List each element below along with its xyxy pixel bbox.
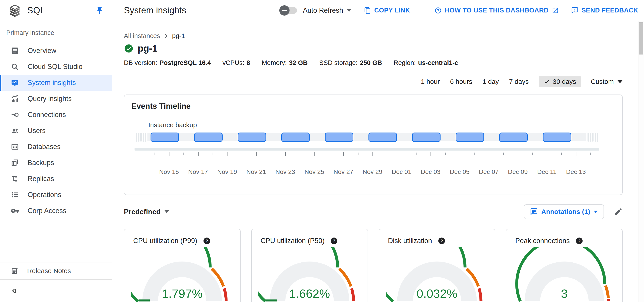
time-range-30-days-selected[interactable]: 30 days [539,76,580,88]
copy-icon [364,7,371,14]
sidebar-item-users[interactable]: Users [0,123,112,139]
collapse-sidebar-icon[interactable] [10,287,18,295]
databases-icon [11,142,19,151]
sidebar-item-databases[interactable]: Databases [0,139,112,155]
auto-refresh-toggle[interactable] [279,5,298,16]
meta-region: Region:us-central1-c [394,59,458,66]
instance-meta-row: DB version:PostgreSQL 16.4 vCPUs:8 Memor… [124,59,623,66]
gauge-head: CPU utilization (P99) ? [124,229,240,245]
scrollbar-track[interactable] [638,21,644,302]
breadcrumb-current: pg-1 [172,32,185,40]
meta-db-version: DB version:PostgreSQL 16.4 [124,59,211,66]
backup-event-bar[interactable] [281,132,310,142]
annotations-icon [530,208,538,216]
chevron-down-icon [164,210,169,213]
sidebar-item-cloud-sql-studio[interactable]: Cloud SQL Studio [0,59,112,75]
time-range-6-hours[interactable]: 6 hours [450,78,472,86]
system-insights-icon [11,78,19,87]
gauge-wrap: 0.032% [379,247,495,302]
open-in-new-icon [552,7,559,14]
sidebar-nav: Overview Cloud SQL Studio System insight… [0,43,112,219]
sidebar-item-backups[interactable]: Backups [0,155,112,171]
chevron-down-icon[interactable] [347,9,352,12]
time-range-1-hour[interactable]: 1 hour [421,78,440,86]
custom-label: Custom [591,78,614,86]
metrics-toolbar: Predefined Annotations (1) [124,204,623,219]
sidebar-item-operations[interactable]: Operations [0,187,112,203]
backup-event-bar[interactable] [499,132,528,142]
minus-icon [282,10,287,11]
axis-label: Nov 23 [271,168,300,176]
backup-event-bar[interactable] [456,132,484,142]
axis-label: Dec 01 [387,168,416,176]
predefined-dropdown[interactable]: Predefined [124,208,169,216]
gauge-card-disk: Disk utilization ? 0.032% [379,229,496,302]
axis-label: Dec 09 [503,168,532,176]
help-icon[interactable]: ? [438,237,446,244]
axis-label: Nov 25 [300,168,329,176]
meta-label: SSD storage: [319,59,358,66]
meta-label: DB version: [124,59,157,66]
help-circle-icon: ? [434,7,442,14]
overview-icon [11,46,19,55]
meta-value: 32 GB [289,59,308,66]
sidebar-item-release-notes[interactable]: Release Notes [0,262,112,279]
gauge-value: 0.032% [379,287,495,300]
copy-link-button[interactable]: COPY LINK [364,7,410,14]
sidebar-item-label: Users [28,127,46,135]
meta-label: vCPUs: [222,59,244,66]
sidebar-item-label: Cloud SQL Studio [28,63,82,71]
instance-name: pg-1 [138,43,158,54]
sidebar-item-overview[interactable]: Overview [0,43,112,59]
timeline-series-label: Instance backup [148,121,197,129]
gauge-head: CPU utilization (P50) ? [252,229,368,245]
meta-label: Memory: [262,59,287,66]
how-to-use-dashboard-link[interactable]: ? HOW TO USE THIS DASHBOARD [434,7,559,14]
chevron-right-icon [163,33,170,39]
events-timeline-title: Events Timeline [132,102,190,110]
gauge-head: Peak connections ? [506,229,622,245]
backup-event-bar[interactable] [238,132,266,142]
backup-event-bar[interactable] [543,132,571,142]
timeline-hatch-right [586,133,599,142]
pushpin-icon[interactable] [96,6,104,15]
sidebar-item-label: Overview [28,47,56,55]
predefined-label: Predefined [124,208,160,216]
help-icon[interactable]: ? [576,237,583,244]
sidebar-item-label: System insights [28,79,76,87]
annotations-button[interactable]: Annotations (1) [524,204,604,219]
send-feedback-button[interactable]: SEND FEEDBACK [571,7,638,14]
help-icon[interactable]: ? [203,237,210,244]
sidebar-item-replicas[interactable]: Replicas [0,171,112,187]
edit-pencil-icon[interactable] [614,207,623,216]
backup-event-bar[interactable] [150,132,179,142]
sidebar-item-system-insights[interactable]: System insights [0,75,112,91]
time-range-selector: 1 hour 6 hours 1 day 7 days 30 days Cust… [124,76,623,88]
time-range-7-days[interactable]: 7 days [509,78,528,86]
help-icon[interactable]: ? [330,237,338,244]
timeline-range-bar[interactable] [134,148,599,150]
scrollbar-thumb[interactable] [639,22,643,54]
backup-event-bar[interactable] [194,132,222,142]
backup-event-bar[interactable] [325,132,353,142]
meta-vcpus: vCPUs:8 [222,59,250,66]
breadcrumb: All instances pg-1 [124,32,623,40]
sidebar-item-corp-access[interactable]: Corp Access [0,203,112,219]
time-range-custom[interactable]: Custom [591,78,623,86]
sidebar-header: SQL [0,0,112,21]
time-range-1-day[interactable]: 1 day [482,78,499,86]
breadcrumb-all-instances[interactable]: All instances [124,32,160,40]
sidebar-item-label: Databases [28,143,60,151]
svg-text:?: ? [333,238,336,243]
gauge-card-peak-connections: Peak connections ? 3 [506,229,623,302]
feedback-icon [571,7,578,14]
backup-event-bar[interactable] [412,132,440,142]
backup-event-bar[interactable] [368,132,397,142]
sidebar-footer: Release Notes [0,262,112,302]
instance-title-row: pg-1 [124,43,623,54]
sidebar-item-connections[interactable]: Connections [0,107,112,123]
gauge-value: 1.662% [252,287,368,300]
replicas-icon [11,174,19,183]
sidebar-item-query-insights[interactable]: Query insights [0,91,112,107]
timeline-hatch-left [134,133,148,142]
